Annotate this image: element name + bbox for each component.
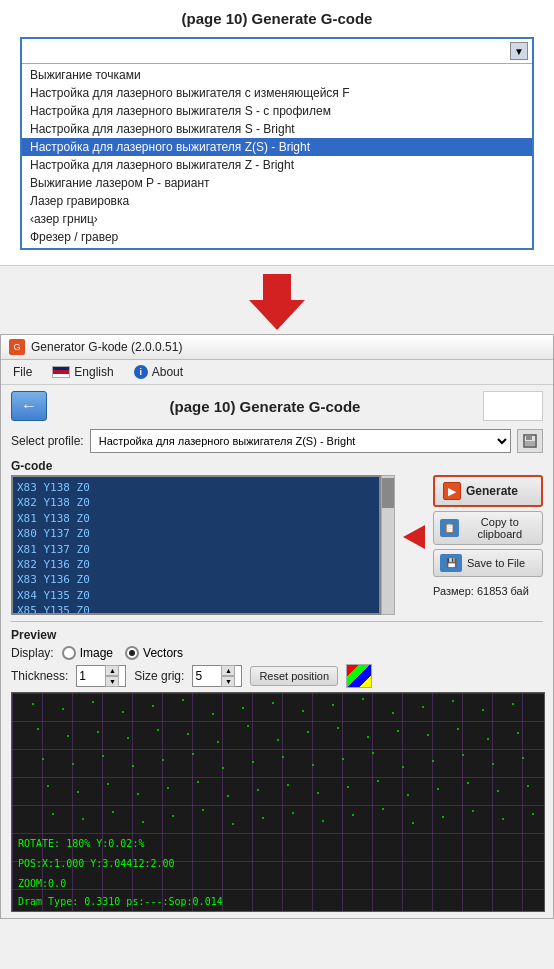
color-grid-button[interactable] <box>346 664 372 688</box>
gcode-buttons: ▶ Generate 📋 Copy to clipboard 💾 Save to… <box>433 475 543 597</box>
dropdown-item[interactable]: Настройка для лазерного выжигателя S - с… <box>22 102 532 120</box>
image-label: Image <box>80 646 113 660</box>
svg-rect-59 <box>47 785 49 787</box>
clipboard-icon: 📋 <box>440 519 459 537</box>
svg-rect-30 <box>187 733 189 735</box>
canvas-grid-svg <box>12 693 544 911</box>
radio-image[interactable]: Image <box>62 646 113 660</box>
size-grid-label: Size grig: <box>134 669 184 683</box>
dropdown-item[interactable]: Выжигание лазером P - вариант <box>22 174 532 192</box>
svg-rect-82 <box>232 823 234 825</box>
app-icon: G <box>9 339 25 355</box>
arrow-stem <box>263 274 291 300</box>
reset-position-button[interactable]: Reset position <box>250 666 338 686</box>
svg-rect-36 <box>367 736 369 738</box>
save-label: Save to File <box>467 557 525 569</box>
radio-vectors-circle <box>125 646 139 660</box>
menu-language[interactable]: English <box>46 362 119 382</box>
svg-rect-1 <box>526 435 532 440</box>
dropdown-item[interactable]: Настройка для лазерного выжигателя Z(S) … <box>22 138 532 156</box>
gcode-textarea[interactable]: X83 Y138 Z0X82 Y138 Z0X81 Y138 Z0X80 Y13… <box>11 475 381 615</box>
svg-rect-87 <box>382 808 384 810</box>
gcode-section: G-code X83 Y138 Z0X82 Y138 Z0X81 Y138 Z0… <box>11 459 543 615</box>
svg-rect-11 <box>122 711 124 713</box>
thickness-row: Thickness: ▲ ▼ Size grig: ▲ ▼ Re <box>11 664 543 688</box>
thickness-up[interactable]: ▲ <box>105 665 119 676</box>
dropdown-item[interactable]: Настройка для лазерного выжигателя с изм… <box>22 84 532 102</box>
top-title: (page 10) Generate G-code <box>20 10 534 27</box>
svg-rect-44 <box>102 755 104 757</box>
svg-rect-83 <box>262 817 264 819</box>
thickness-down[interactable]: ▼ <box>105 676 119 687</box>
svg-rect-47 <box>192 753 194 755</box>
dropdown-item[interactable]: Лазер гравировка <box>22 192 532 210</box>
svg-rect-91 <box>502 818 504 820</box>
generate-button[interactable]: ▶ Generate <box>433 475 543 507</box>
back-button[interactable]: ← <box>11 391 47 421</box>
size-grid-down[interactable]: ▼ <box>221 676 235 687</box>
svg-rect-32 <box>247 725 249 727</box>
svg-rect-20 <box>392 712 394 714</box>
menu-file[interactable]: File <box>7 362 38 382</box>
size-grid-input[interactable] <box>193 669 221 683</box>
copy-to-clipboard-button[interactable]: 📋 Copy to clipboard <box>433 511 543 545</box>
generate-label: Generate <box>466 484 518 498</box>
svg-rect-57 <box>492 763 494 765</box>
svg-rect-14 <box>212 713 214 715</box>
svg-rect-19 <box>362 698 364 700</box>
scrollbar-thumb <box>382 478 394 508</box>
svg-rect-42 <box>42 758 44 760</box>
svg-rect-40 <box>487 738 489 740</box>
svg-rect-66 <box>257 789 259 791</box>
thickness-label: Thickness: <box>11 669 68 683</box>
dropdown-item[interactable]: Фрезер / гравер <box>22 228 532 246</box>
dropdown-item[interactable]: Настройка для лазерного выжигателя Z - B… <box>22 156 532 174</box>
svg-rect-38 <box>427 734 429 736</box>
profile-label: Select profile: <box>11 434 84 448</box>
svg-rect-75 <box>527 785 529 787</box>
dropdown-item[interactable]: ‹азер грниц› <box>22 210 532 228</box>
gcode-row: X83 Y138 Z0X82 Y138 Z0X81 Y138 Z0X80 Y13… <box>11 475 543 615</box>
svg-rect-23 <box>482 709 484 711</box>
svg-rect-77 <box>82 818 84 820</box>
svg-rect-90 <box>472 810 474 812</box>
size-grid-up[interactable]: ▲ <box>221 665 235 676</box>
thickness-input[interactable] <box>77 669 105 683</box>
gcode-area-wrapper: X83 Y138 Z0X82 Y138 Z0X81 Y138 Z0X80 Y13… <box>11 475 395 615</box>
page-header: ← (page 10) Generate G-code <box>11 391 543 421</box>
svg-rect-8 <box>32 703 34 705</box>
svg-rect-21 <box>422 706 424 708</box>
svg-rect-10 <box>92 701 94 703</box>
svg-rect-50 <box>282 756 284 758</box>
svg-rect-92 <box>532 813 534 815</box>
svg-rect-18 <box>332 704 334 706</box>
svg-rect-76 <box>52 813 54 815</box>
top-dropdown-section: (page 10) Generate G-code ▼ Выжигание то… <box>0 0 554 266</box>
dropdown-item[interactable]: Выжигание точками <box>22 66 532 84</box>
save-file-icon: 💾 <box>440 554 462 572</box>
size-grid-input-wrapper: ▲ ▼ <box>192 665 242 687</box>
preview-section: Preview Display: Image Vectors Thickness… <box>11 628 543 912</box>
dropdown-collapse-btn[interactable]: ▼ <box>510 42 528 60</box>
svg-rect-72 <box>437 788 439 790</box>
profile-select[interactable]: Настройка для лазерного выжигателя Z(S) … <box>90 429 511 453</box>
svg-rect-15 <box>242 707 244 709</box>
svg-rect-22 <box>452 700 454 702</box>
profile-dropdown-open[interactable]: ▼ Выжигание точкамиНастройка для лазерно… <box>20 37 534 250</box>
save-to-file-button[interactable]: 💾 Save to File <box>433 549 543 577</box>
title-bar-text: Generator G-kode (2.0.0.51) <box>31 340 182 354</box>
canvas-text-status: Dram Type: 0.3310 ps:---:Sop:0.014 <box>18 896 223 907</box>
svg-rect-85 <box>322 820 324 822</box>
save-profile-button[interactable] <box>517 429 543 453</box>
save-icon <box>523 434 537 448</box>
dropdown-list: Выжигание точкамиНастройка для лазерного… <box>22 64 532 248</box>
menu-about[interactable]: i About <box>128 362 189 382</box>
svg-rect-49 <box>252 761 254 763</box>
svg-rect-67 <box>287 784 289 786</box>
svg-rect-81 <box>202 809 204 811</box>
arrow-down-section <box>0 266 554 334</box>
svg-rect-54 <box>402 766 404 768</box>
radio-vectors[interactable]: Vectors <box>125 646 183 660</box>
gcode-scrollbar[interactable] <box>381 475 395 615</box>
dropdown-item[interactable]: Настройка для лазерного выжигателя S - B… <box>22 120 532 138</box>
